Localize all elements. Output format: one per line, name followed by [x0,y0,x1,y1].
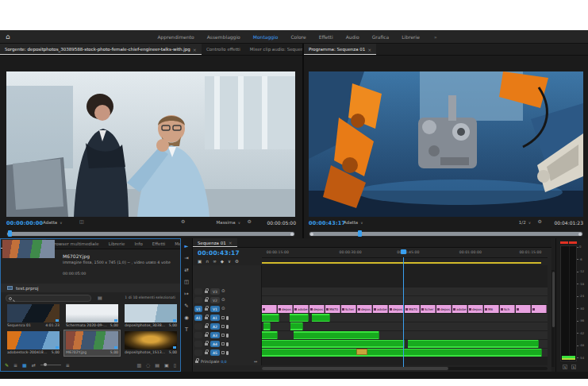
scrollbar-thumb[interactable] [262,367,448,370]
audio-clip[interactable] [290,314,309,322]
list-view-icon[interactable]: ≡ [13,362,17,368]
lock-icon[interactable] [205,308,208,311]
mic-icon[interactable] [226,342,229,346]
tab-sorgente-depositphotos-30389588-stock-photo-female-chief-engineer-talks-with-jpg[interactable]: Sorgente: depositphotos_30389588-stock-p… [0,44,202,55]
timeline-lanes[interactable]: deposadobedeposM670ScherdeposadobedeposM… [262,265,548,365]
writable-pencil-icon[interactable]: ✎ [5,362,9,368]
grid-item-adobestock-20041882[interactable]: adobestock-20041882...5,00 [6,330,61,356]
workspace-tab-apprendimento[interactable]: Apprendimento [157,34,194,40]
new-item-icon[interactable]: ▣ [164,362,169,368]
tab-program-sequence[interactable]: Programma: Sequenza 01 × [304,44,376,55]
audio-clip[interactable] [262,340,405,348]
search-input[interactable] [6,295,91,302]
video-clip[interactable]: adobe [452,305,467,313]
source-monitor-settings-icon[interactable]: ⚙ [181,219,185,224]
mic-icon[interactable] [226,334,229,338]
track-target-a5[interactable]: A5 [210,349,220,356]
pen-tool[interactable]: ✎ [184,303,188,309]
tab-mercato[interactable]: Mercato [170,239,180,249]
source-patch-v1[interactable]: V1 [194,306,202,312]
channel-button[interactable]: S [563,365,567,369]
track-lane-v2[interactable] [262,296,548,304]
shuffle-view-icon[interactable]: ⇄ [32,362,36,368]
nested-sequence-icon[interactable]: ▣ [198,259,202,264]
tab-librerie[interactable]: Librerie [104,239,130,249]
video-clip[interactable]: M670 [405,305,420,313]
razor-tool[interactable]: ◫ [184,279,189,285]
audio-track-header-a5[interactable]: xA5 [193,349,262,357]
wrench-icon[interactable]: ⚙ [538,219,542,224]
audio-clip[interactable] [262,314,279,322]
program-timecode[interactable]: 00:00:43:17 [309,220,345,226]
workspace-tab-montaggio[interactable]: Montaggio [253,34,279,40]
mute-solo-icon[interactable] [221,316,225,319]
collapse-tracks-icon[interactable]: ↔ [254,359,257,364]
selection-tool[interactable]: ► [185,243,189,249]
tab-info[interactable]: Info [129,239,147,249]
video-clip[interactable]: Sch [500,305,515,313]
eye-toggle-icon[interactable]: ⊙ [221,289,225,294]
timeline-wrench-icon[interactable]: ⚙ [235,259,239,264]
type-tool[interactable]: T [185,326,188,333]
find-icon[interactable]: ◌ [146,362,150,368]
mute-solo-icon[interactable] [221,351,225,354]
video-clip[interactable]: M6 [484,305,499,313]
track-target-v1[interactable]: V1 [210,306,220,312]
playhead-handle[interactable] [401,249,406,254]
close-icon[interactable]: × [367,47,371,52]
sort-icon[interactable]: ≡ [66,362,70,368]
audio-clip[interactable] [290,322,303,330]
linked-selection-icon[interactable]: ∞ [213,259,217,264]
track-lane-a2[interactable] [262,322,548,330]
program-zoom-scrollbar-thumb[interactable] [309,232,582,236]
video-clip[interactable]: adobe [294,305,309,313]
source-zoom-scrollbar-thumb[interactable] [7,232,294,236]
project-root-item[interactable]: test.prproj [1,284,180,292]
grid-item-schermata-2020-09-16-a[interactable]: Schermata 2020-09-16 a...5,00 [64,303,120,329]
mute-solo-icon[interactable] [221,342,225,345]
timeline-timecode[interactable]: 00:00:43:17 [198,249,240,257]
project-preview-thumbnail[interactable] [2,240,55,258]
video-clip[interactable]: Scher [421,305,436,313]
clip-indicator-left[interactable] [560,241,568,244]
tab-browser-multimediale[interactable]: Browser multimediale [46,239,103,249]
source-resolution-dropdown[interactable]: Massima ∨ [217,220,240,225]
audio-clip[interactable] [263,322,271,330]
source-patch-a3[interactable]: x [194,332,202,338]
video-clip[interactable]: depos [468,305,483,313]
video-clip[interactable] [262,305,277,313]
track-target-v2[interactable]: V2 [210,297,220,303]
audio-clip[interactable] [294,331,379,339]
grid-item-depositphotos-303895[interactable]: depositphotos_303895...5,00 [123,303,179,329]
track-select-tool[interactable]: ⇥ [184,255,188,261]
workspace-tab-colore[interactable]: Colore [290,34,306,40]
program-resolution-dropdown[interactable]: 1/2 ∨ [519,220,531,225]
lock-icon[interactable] [205,326,208,328]
grid-item-m6702y-jpg[interactable]: M6702Y.jpg5,00 [64,330,120,356]
scrollbar-handle-right[interactable] [578,233,582,236]
video-clip[interactable]: Scher [341,305,356,313]
video-track-header-v1[interactable]: V1V1⊙ [193,305,262,313]
filter-bin-icon[interactable]: ▤ [98,295,102,300]
new-bin-icon[interactable]: ▤ [155,362,159,368]
lock-icon[interactable] [205,317,208,319]
lock-icon[interactable] [205,334,208,337]
workspace-tab-audio[interactable]: Audio [346,34,359,40]
master-volume-value[interactable]: 0,0 [221,360,226,364]
program-playhead-marker[interactable] [358,230,362,237]
source-patch-a2[interactable]: x [194,323,202,330]
track-target-a3[interactable]: A3 [210,332,220,338]
grid-item-sequenza-01[interactable]: Sequenza 014:01:23 [6,303,61,329]
grid-item-depositphotos-151302[interactable]: depositphotos_151302...5,00 [123,330,179,356]
mic-icon[interactable] [226,351,229,355]
video-clip[interactable]: depos [278,305,293,313]
channel-button[interactable]: S [571,365,576,369]
lock-icon[interactable] [205,299,208,302]
source-playhead-marker[interactable] [8,230,12,237]
lock-icon[interactable] [205,291,208,293]
track-target-a1[interactable]: A1 [210,315,220,321]
workspace-tab-librerie[interactable]: Librerie [402,34,420,40]
thumbnail-zoom-slider[interactable] [40,365,61,365]
close-icon[interactable]: × [229,240,233,245]
source-fit-dropdown[interactable]: Adatta ∨ [43,220,63,225]
